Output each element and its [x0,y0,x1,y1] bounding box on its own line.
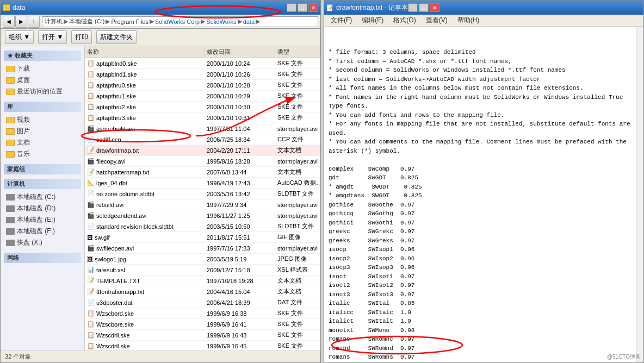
notepad-line: monotxt SWMono 0.98 [329,326,631,335]
file-type: GIF 图像 [275,233,320,242]
table-row[interactable]: 📄 no zone column.sldtbt 2003/5/16 13:42 … [85,189,320,199]
notepad-content[interactable]: * file format: 3 columns, space delimite… [324,27,636,362]
table-row[interactable]: 🎬 filecopy.avi 1995/8/16 18:28 stormplay… [85,156,320,167]
col-header-date[interactable]: 修改日期 [205,47,275,57]
minimize-button[interactable]: ─ [287,3,296,12]
table-row[interactable]: 📋 Wzscbord.ske 1999/6/9 16:38 SKE 文件 2 [85,308,320,319]
sidebar-item-music[interactable]: 音乐 [4,148,81,160]
table-row[interactable]: 📄 standard revision block.sldtbt 2003/5/… [85,221,320,232]
file-date: 2003/5/19 5:19 [205,255,275,263]
file-name: filecopy.avi [96,158,126,165]
table-row[interactable]: 📋 aptapthru3.ske 2000/1/10 10:31 SKE 文件 … [85,112,320,123]
notepad-body: * file format: 3 columns, space delimite… [324,27,643,362]
table-row[interactable]: 📋 aptapblnd0.ske 2000/1/10 10:24 SKE 文件 … [85,58,320,69]
table-row[interactable]: 🖼 sw.gif 2011/8/17 15:51 GIF 图像 3 [85,232,320,243]
sidebar-item-c-drive[interactable]: 本地磁盘 (C:) [4,191,81,203]
sidebar-item-downloads[interactable]: 下载 [4,63,81,74]
path-program-files: Program Files [111,18,148,25]
notepad-line: italic SWItal 0.85 [329,299,631,308]
notepad-close-button[interactable]: ✕ [430,3,439,12]
close-button[interactable]: ✕ [308,3,318,12]
table-row[interactable]: 📝 TEMPLATE.TXT 1997/10/18 19:28 文本文档 1 [85,276,320,286]
path-computer: 计算机 [45,17,63,26]
menu-edit[interactable]: 编辑(E) [357,15,388,26]
file-name-cell: 📝 hatchpatternmap.txt [85,168,205,176]
col-header-name[interactable]: 名称 [85,47,205,57]
menu-help[interactable]: 帮助(H) [453,15,484,26]
sidebar-item-recent[interactable]: 最近访问的位置 [4,86,81,97]
notepad-line: * amgdt SWGDT 0.825 [329,183,631,192]
file-type-icon: 🎬 [87,125,95,132]
menu-view[interactable]: 查看(V) [422,15,452,26]
table-row[interactable]: 📄 ccdiff.ccn 2006/7/25 18:34 CCP 文件 1 [85,134,320,145]
table-row[interactable]: 📊 taresult.xsl 2009/12/7 15:18 XSL 样式表 1 [85,265,320,276]
notepad-minimize-button[interactable]: ─ [408,3,418,12]
sidebar-item-desktop[interactable]: 桌面 [4,74,81,86]
table-row[interactable]: 📋 aptapblnd1.ske 2000/1/10 10:26 SKE 文件 … [85,69,320,80]
table-row[interactable]: 📝 ttfontratiomapp.txt 2004/4/16 15:04 文本… [85,286,320,297]
table-row[interactable]: 📐 lges_04.dbt 1996/4/19 12:43 AutoCAD 数据… [85,178,320,189]
table-row[interactable]: 📝 drawfontmap.txt 2004/2/20 17:11 文本文档 3 [85,145,320,156]
table-row[interactable]: 📋 Wzscbore.ske 1999/6/9 16:41 SKE 文件 2 [85,319,320,330]
table-row[interactable]: 📋 Wzscdril.ske 1999/6/9 16:45 SKE 文件 2 [85,341,320,351]
table-row[interactable]: 🎬 swfileopen.avi 1997/7/16 17:33 stormpl… [85,243,320,254]
open-button[interactable]: 打开 ▼ [38,30,67,44]
table-row[interactable]: 🎬 rebuild.avi 1997/7/29 9:34 stormplayer… [85,199,320,210]
table-row[interactable]: 📋 aptapthru2.ske 2000/1/10 10:30 SKE 文件 … [85,102,320,112]
forward-button[interactable]: ▶ [15,16,27,28]
file-type: 文本文档 [275,167,320,177]
new-folder-button[interactable]: 新建文件夹 [96,30,137,44]
folder-icon [6,66,15,72]
pictures-label: 图片 [17,127,30,136]
file-date: 1999/6/9 16:45 [205,342,275,350]
table-row[interactable]: 📋 aptapthru0.ske 2000/1/10 10:28 SKE 文件 … [85,80,320,91]
notepad-maximize-button[interactable]: □ [419,3,429,12]
sidebar-item-x-drive[interactable]: 快盘 (X:) [4,237,81,248]
file-name: ccdiff.ccn [96,136,121,143]
file-date: 2000/1/10 10:30 [205,103,275,111]
table-row[interactable]: 🎬 seledgeandend.avi 1996/11/27 1:25 stor… [85,210,320,221]
file-name-cell: 📋 aptapblnd1.ske [85,70,205,78]
network-title: 网络 [4,253,81,263]
table-row[interactable]: 📝 hatchpatternmap.txt 2007/6/8 13:44 文本文… [85,167,320,178]
folder-icon [6,117,15,123]
file-name: aptapblnd0.ske [96,60,137,67]
file-date: 1996/4/19 12:43 [205,179,275,187]
table-row[interactable]: 📋 Wzscdril.ske 1999/6/9 16:43 SKE 文件 2 [85,330,320,341]
file-name: aptapblnd1.ske [96,71,137,78]
up-button[interactable]: ↑ [28,16,40,28]
table-row[interactable]: 📄 u3dposter.dat 2006/4/21 18:39 DAT 文件 2 [85,297,320,308]
maximize-button[interactable]: □ [298,3,307,12]
desktop-label: 桌面 [17,76,30,85]
back-button[interactable]: ◀ [3,16,15,28]
organize-button[interactable]: 组织 ▼ [5,30,34,44]
explorer-window-controls: ─ □ ✕ [287,3,318,12]
table-row[interactable]: 🖼 swlogo1.jpg 2003/5/19 5:19 JPEG 图像 3 [85,254,320,265]
table-row[interactable]: 📋 aptapthru1.ske 2000/1/10 10:29 SKE 文件 … [85,91,320,102]
sidebar-item-f-drive[interactable]: 本地磁盘 (F:) [4,226,81,237]
notepad-line: isoct SWIsot1 0.97 [329,272,631,281]
folder-icon [6,77,15,84]
menu-file[interactable]: 文件(F) [326,15,356,26]
address-path[interactable]: 计算机 ▶ 本地磁盘 (C:) ▶ Program Files ▶ SolidW… [42,16,318,27]
file-type-icon: 📝 [87,277,95,284]
col-header-type[interactable]: 类型 [275,47,320,57]
sidebar-item-documents[interactable]: 文档 [4,137,81,148]
organize-label: 组织 ▼ [9,33,30,42]
file-type-icon: 📄 [87,190,95,197]
file-name: TEMPLATE.TXT [96,278,140,284]
menu-format[interactable]: 格式(O) [389,15,420,26]
file-date: 1999/6/9 16:41 [205,321,275,328]
sidebar-item-pictures[interactable]: 图片 [4,126,81,137]
sidebar-item-d-drive[interactable]: 本地磁盘 (D:) [4,203,81,214]
file-name: taresult.xsl [96,267,125,273]
sidebar-item-video[interactable]: 视频 [4,114,81,126]
file-type-icon: 📐 [87,179,95,186]
table-row[interactable]: 🎬 asmrebuild.avi 1997/7/31 11:04 stormpl… [85,123,320,134]
notepad-line: romanc SWRomnc 0.97 [329,335,631,344]
file-name: asmrebuild.avi [96,126,135,132]
notepad-scrollbar[interactable] [636,27,643,362]
sidebar-item-e-drive[interactable]: 本地磁盘 (E:) [4,214,81,226]
file-name-cell: 📋 Wzscbord.ske [85,309,205,317]
print-button[interactable]: 打印 [71,30,92,44]
